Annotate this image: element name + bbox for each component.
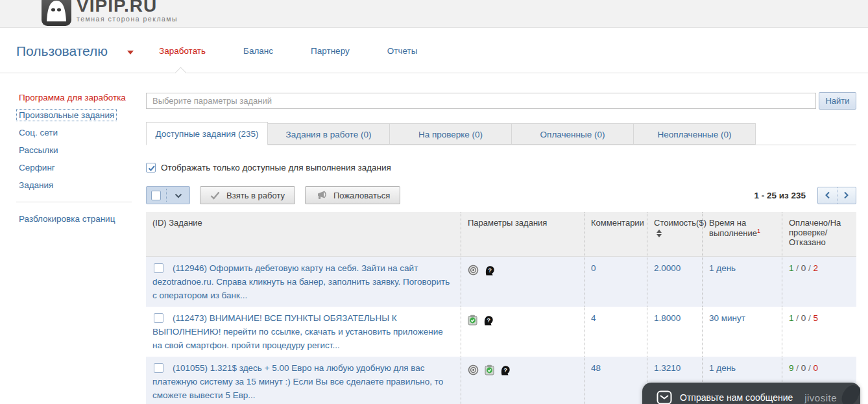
comments-count[interactable]: 48 bbox=[584, 357, 647, 404]
sidebar-item-label: Серфинг bbox=[16, 161, 58, 174]
task-params-cell: ? bbox=[461, 257, 584, 307]
question-icon: ? bbox=[483, 315, 494, 329]
nav-items: ЗаработатьБалансПартнеруОтчеты bbox=[159, 28, 455, 73]
row-checkbox[interactable] bbox=[154, 363, 163, 373]
jivosite-chat-widget[interactable]: Отправьте нам сообщение jivosite bbox=[642, 383, 860, 404]
clipboard-icon bbox=[485, 364, 494, 379]
time-value: 1 день bbox=[702, 257, 782, 307]
tab-2[interactable]: На проверке (0) bbox=[390, 123, 512, 145]
header-id-task: (ID) Задание bbox=[146, 212, 461, 256]
table-row: (112473) ВНИМАНИЕ! ВСЕ ПУНКТЫ ОБЯЗАТЕЛЬН… bbox=[146, 307, 856, 357]
user-menu[interactable]: Пользователю bbox=[16, 43, 108, 59]
cost-value: 2.0000 bbox=[647, 257, 702, 307]
chat-brand: jivosite bbox=[804, 392, 837, 403]
search-input[interactable] bbox=[146, 93, 816, 109]
prev-page-button[interactable] bbox=[818, 187, 838, 204]
paid-count: 9 bbox=[789, 363, 794, 373]
sort-icon[interactable] bbox=[657, 230, 662, 237]
cost-value: 1.8000 bbox=[647, 307, 702, 357]
sidebar-item-2[interactable]: Соц. сети bbox=[16, 126, 146, 139]
task-params-cell: ? bbox=[461, 307, 584, 357]
pagination-range: 1 - 25 из 235 bbox=[754, 191, 806, 200]
dropdown-caret-icon bbox=[127, 51, 134, 54]
rejected-count: 2 bbox=[814, 263, 819, 273]
status-cell: 1 / 0 / 5 bbox=[782, 307, 856, 357]
question-icon: ? bbox=[500, 364, 511, 379]
paid-count: 1 bbox=[789, 313, 794, 323]
sidebar-item-label: Рассылки bbox=[16, 144, 61, 156]
status-cell: 1 / 0 / 2 bbox=[782, 257, 856, 307]
search-button[interactable]: Найти bbox=[819, 92, 856, 110]
sidebar-item-label: Программа для заработка bbox=[16, 91, 128, 104]
sidebar-item-5[interactable]: Задания bbox=[16, 179, 146, 191]
report-button[interactable]: Пожаловаться bbox=[305, 186, 400, 204]
svg-text:?: ? bbox=[487, 316, 490, 324]
question-icon: ? bbox=[485, 265, 495, 279]
tab-3[interactable]: Оплаченные (0) bbox=[512, 123, 634, 145]
envelope-icon bbox=[657, 390, 672, 404]
take-to-work-button[interactable]: Взять в работу bbox=[200, 186, 295, 204]
task-tabs: Доступные задания (235)Задания в работе … bbox=[146, 122, 856, 145]
time-value: 30 минут bbox=[702, 307, 782, 357]
comments-count[interactable]: 0 bbox=[584, 257, 647, 307]
tab-0[interactable]: Доступные задания (235) bbox=[146, 122, 268, 145]
svg-text:?: ? bbox=[488, 267, 492, 274]
clipboard-icon bbox=[468, 315, 477, 329]
rejected-count: 0 bbox=[814, 363, 819, 373]
rejected-count: 5 bbox=[814, 313, 819, 323]
next-page-button[interactable] bbox=[838, 187, 856, 204]
row-checkbox[interactable] bbox=[154, 263, 163, 273]
sidebar: Программа для заработкаПроизвольные зада… bbox=[0, 73, 146, 404]
task-link[interactable]: (101055) 1.321$ здесь + 5.00 Евро на люб… bbox=[152, 363, 443, 400]
chat-leaf-decoration bbox=[839, 383, 861, 404]
task-link[interactable]: (112473) ВНИМАНИЕ! ВСЕ ПУНКТЫ ОБЯЗАТЕЛЬН… bbox=[152, 313, 443, 350]
target-icon bbox=[468, 265, 479, 279]
comments-count[interactable]: 4 bbox=[584, 307, 647, 357]
sidebar-item-1[interactable]: Произвольные задания bbox=[16, 109, 146, 121]
logo-title: VIPIP.RU bbox=[77, 0, 178, 14]
nav-item-баланс[interactable]: Баланс bbox=[243, 46, 273, 56]
task-params-cell: ? bbox=[461, 357, 584, 404]
tab-4[interactable]: Неоплаченные (0) bbox=[634, 123, 756, 145]
sidebar-item-label: Произвольные задания bbox=[16, 109, 117, 121]
main-navbar: Пользователю ЗаработатьБалансПартнеруОтч… bbox=[0, 28, 868, 73]
header-comments: Комментарии bbox=[584, 212, 647, 256]
table-header: (ID) Задание Параметры задания Комментар… bbox=[146, 212, 856, 257]
top-bar: VIPIP.RU темная сторона рекламы bbox=[0, 0, 868, 28]
task-cell: (101055) 1.321$ здесь + 5.00 Евро на люб… bbox=[146, 357, 461, 404]
sidebar-item-3[interactable]: Рассылки bbox=[16, 144, 146, 156]
check-icon bbox=[210, 191, 220, 200]
ghost-logo-icon bbox=[42, 0, 71, 26]
chevron-down-icon[interactable] bbox=[167, 189, 189, 201]
tab-1[interactable]: Задания в работе (0) bbox=[268, 123, 390, 145]
table-row: (112946) Оформить дебетовую карту на себ… bbox=[146, 257, 856, 307]
pagination-controls bbox=[817, 187, 856, 204]
sidebar-item-4[interactable]: Серфинг bbox=[16, 161, 146, 174]
footnote-marker: 1 bbox=[757, 228, 760, 234]
tasks-table: (ID) Задание Параметры задания Комментар… bbox=[146, 212, 856, 404]
select-all-checkbox[interactable] bbox=[151, 191, 161, 200]
site-logo[interactable]: VIPIP.RU темная сторона рекламы bbox=[42, 0, 178, 26]
sidebar-item-unlock-pages[interactable]: Разблокировка страниц bbox=[16, 213, 146, 225]
svg-text:?: ? bbox=[503, 366, 507, 374]
task-cell: (112946) Оформить дебетовую карту на себ… bbox=[146, 257, 461, 307]
main-content: Найти Доступные задания (235)Задания в р… bbox=[146, 73, 868, 404]
task-cell: (112473) ВНИМАНИЕ! ВСЕ ПУНКТЫ ОБЯЗАТЕЛЬН… bbox=[146, 307, 461, 357]
filter-checkbox[interactable] bbox=[146, 163, 156, 172]
nav-item-партнеру[interactable]: Партнеру bbox=[311, 46, 350, 56]
row-checkbox[interactable] bbox=[154, 313, 163, 323]
nav-item-отчеты[interactable]: Отчеты bbox=[387, 46, 418, 56]
sidebar-item-0[interactable]: Программа для заработка bbox=[16, 91, 146, 104]
megaphone-icon bbox=[315, 191, 327, 200]
nav-item-заработать[interactable]: Заработать bbox=[159, 46, 206, 56]
paid-count: 1 bbox=[789, 263, 794, 273]
select-all-control[interactable] bbox=[146, 186, 190, 204]
chat-message: Отправьте нам сообщение bbox=[680, 392, 793, 403]
sidebar-item-label: Соц. сети bbox=[16, 126, 60, 139]
header-time: Время на выполнение1 bbox=[702, 212, 782, 256]
logo-tagline: темная сторона рекламы bbox=[77, 15, 178, 23]
filter-label: Отображать только доступные для выполнен… bbox=[161, 163, 391, 172]
header-status: Оплачено/На проверке/Отказано bbox=[782, 212, 856, 256]
task-link[interactable]: (112946) Оформить дебетовую карту на себ… bbox=[152, 263, 450, 300]
header-cost-sortable[interactable]: Стоимость($) bbox=[647, 212, 702, 256]
